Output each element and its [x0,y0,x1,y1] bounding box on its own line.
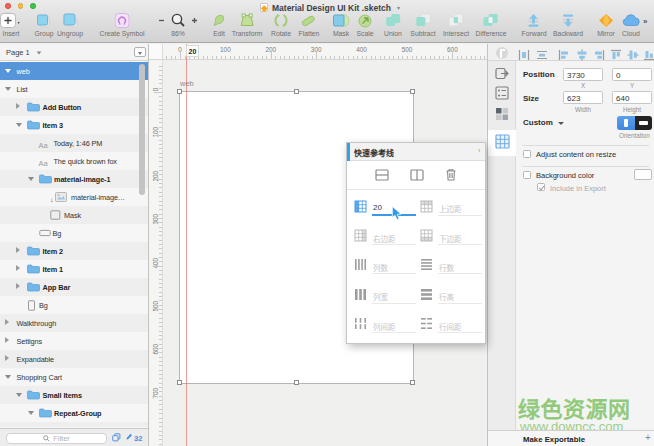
edit-icon[interactable] [212,13,227,28]
guide-field-2[interactable]: 右边距 [350,222,416,251]
toolbar-item-edit[interactable]: Edit [212,13,227,37]
filter-input[interactable]: Filter [6,433,107,445]
layer-row-app-bar[interactable]: App Bar [0,278,148,296]
flatten-icon[interactable] [299,13,320,28]
toolbar-overflow-icon[interactable]: » [643,17,646,26]
chevron-right-icon[interactable] [16,283,20,289]
toolbar-item-insert[interactable]: Insert [0,13,22,37]
toolbar-item-rotate[interactable]: Rotate [271,13,291,37]
toolbar-item-scale[interactable]: Scale [356,13,373,37]
layer-row-item-1[interactable]: Item 1 [0,260,148,278]
selection-handle[interactable] [294,89,299,94]
toolbar-item-difference[interactable]: Difference [476,13,507,37]
chevron-down-icon[interactable] [5,87,11,91]
layer-row-walkthrough[interactable]: Walkthrough [0,314,148,332]
adjust-content-checkbox[interactable] [523,150,531,158]
guide-field-5[interactable]: 行数 [416,252,482,281]
toolbar-item-transform[interactable]: Transform [232,13,263,37]
position-y-input[interactable]: 0 [612,68,652,81]
forward-icon[interactable] [522,13,547,28]
orientation-portrait-button[interactable] [617,116,635,130]
toolbar-item-cloud[interactable]: Cloud [622,13,640,37]
guide-field-6[interactable]: 列宽 [350,281,416,310]
intersect-icon[interactable] [443,13,469,28]
guide-input[interactable]: 上边距 [438,200,482,216]
guide-field-1[interactable]: 上边距 [416,193,482,222]
guide-field-4[interactable]: 列数 [350,252,416,281]
layer-row-material-image-1[interactable]: material-image-1 [0,170,148,188]
guide-line[interactable] [186,44,187,446]
toolbar-item-flatten[interactable]: Flatten [299,13,320,37]
title-chevron-icon[interactable]: ▾ [397,4,400,11]
sidebar-scrollbar[interactable] [139,64,145,195]
transform-icon[interactable] [232,13,263,28]
artboard-title[interactable]: web [180,79,194,88]
zoom-window-button[interactable] [30,3,36,9]
layer-row-item-2[interactable]: Item 2 [0,242,148,260]
ungroup-icon[interactable] [57,13,83,28]
toolbar-item-mirror[interactable]: Mirror [597,13,615,37]
chevron-right-icon[interactable] [16,265,20,271]
background-color-well[interactable] [634,169,652,180]
zoom-icon[interactable] [158,13,198,28]
subtract-icon[interactable] [410,13,435,28]
guide-input[interactable]: 列宽 [372,288,416,304]
layer-row-expandable[interactable]: Expandable [0,350,148,368]
chevron-right-icon[interactable] [5,319,9,325]
layer-row-mask[interactable]: Mask [0,206,148,224]
layer-row-list[interactable]: List [0,80,148,98]
layer-row-item-3[interactable]: Item 3 [0,116,148,134]
layer-row-material-image-[interactable]: ↓material-image… [0,188,148,206]
page-chevron-icon[interactable] [37,51,42,54]
selection-handle[interactable] [410,380,415,385]
selection-handle[interactable] [177,380,182,385]
make-exportable-row[interactable]: Make Exportable + [488,430,654,446]
plugin-circle-icon[interactable] [496,47,508,59]
difference-icon[interactable] [476,13,507,28]
selection-handle[interactable] [294,380,299,385]
selection-handle[interactable] [410,89,415,94]
toolbar-item-subtract[interactable]: Subtract [410,13,435,37]
create-symbol-icon[interactable] [100,13,145,28]
selection-handle[interactable] [177,89,182,94]
split-columns-icon[interactable] [410,167,424,185]
popup-titlebar[interactable]: 快速参考线 › [347,143,485,161]
chevron-down-icon[interactable] [28,177,34,181]
background-color-checkbox[interactable] [523,171,531,179]
layer-row-web[interactable]: web [0,62,148,80]
add-export-icon[interactable]: + [645,432,651,443]
insert-icon[interactable] [0,13,22,28]
toolbar-item-group[interactable]: Group [35,13,54,37]
preset-dropdown[interactable]: Custom [523,118,553,127]
guide-field-3[interactable]: 下边距 [416,222,482,251]
guide-field-8[interactable]: 列间距 [350,311,416,340]
chevron-down-icon[interactable] [16,123,22,127]
guide-input[interactable]: 下边距 [438,229,482,245]
chevron-right-icon[interactable] [5,355,9,361]
chevron-down-icon[interactable] [5,69,11,73]
orientation-toggle[interactable] [617,116,652,130]
layer-row-bg[interactable]: Bg [0,224,148,242]
scale-icon[interactable] [356,13,373,28]
group-icon[interactable] [35,13,54,28]
popup-collapse-icon[interactable]: › [478,147,480,154]
toolbar-item-intersect[interactable]: Intersect [443,13,469,37]
pages-panel-toggle-icon[interactable] [112,433,121,442]
backward-icon[interactable] [553,13,583,28]
layer-row-shopping-cart[interactable]: Shopping Cart [0,368,148,386]
guide-input[interactable]: 行高 [438,288,482,304]
chevron-down-icon[interactable] [5,375,11,379]
chevron-right-icon[interactable] [16,103,20,109]
mirror-icon[interactable] [597,13,615,28]
chevron-down-icon[interactable] [28,411,34,415]
orientation-landscape-button[interactable] [635,116,653,130]
guide-input[interactable]: 列数 [372,258,416,274]
guide-input[interactable]: 右边距 [372,229,416,245]
split-rows-icon[interactable] [375,167,389,185]
guide-field-0[interactable]: 20 [350,193,416,222]
chevron-right-icon[interactable] [16,247,20,253]
guide-input[interactable]: 行间距 [438,317,482,333]
guide-input[interactable]: 行数 [438,258,482,274]
chevron-right-icon[interactable] [5,337,9,343]
guide-field-9[interactable]: 行间距 [416,311,482,340]
